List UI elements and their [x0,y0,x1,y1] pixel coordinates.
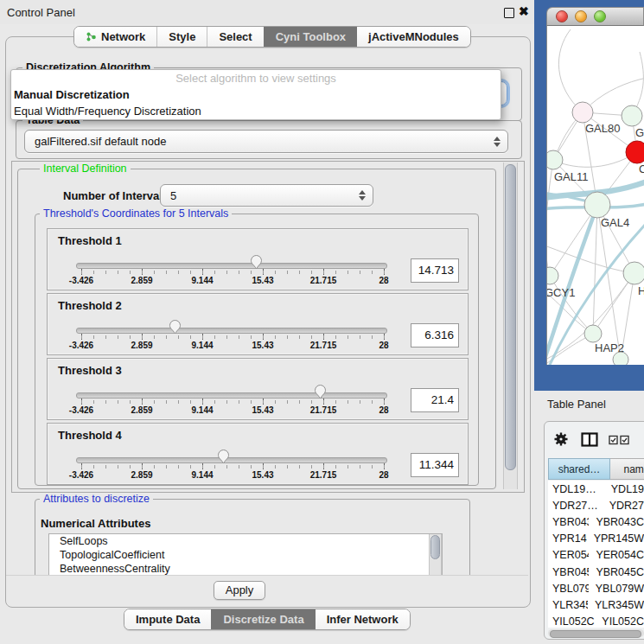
scrollbar-thumb[interactable] [505,164,516,470]
network-view[interactable]: GAL80GCGAL11GAL4GCY1HHAP2 [546,26,644,365]
slider-minor-ticks [81,335,385,339]
tab-label: Select [219,30,252,43]
network-node[interactable] [547,267,558,284]
threshold-value-input[interactable]: 21.4 [411,388,459,412]
slider-axis-labels: -3.4262.8599.14415.4321.71528 [48,405,468,417]
table-row[interactable]: YBR045CYBR045C [548,564,644,580]
table-row[interactable]: YBR043CYBR043C [548,513,644,530]
cell-name: YDL19 [604,483,644,495]
scrollbar-thumb[interactable] [550,630,641,638]
dropdown-option-equal-width[interactable]: Equal Width/Frequency Discretization [11,103,501,119]
vertical-scrollbar[interactable] [503,163,518,489]
network-graph: GAL80GCGAL11GAL4GCY1HHAP2 [547,26,644,365]
tab-label: Style [169,30,195,43]
threshold-value-input[interactable]: 11.344 [411,453,459,477]
button-bar [6,575,528,606]
axis-tick-label: 15.43 [252,470,273,480]
network-node[interactable] [547,150,563,169]
network-node[interactable] [584,192,610,218]
network-icon [86,31,97,42]
select-columns-icon[interactable] [609,435,633,445]
table-row[interactable]: YIL052CYIL052C [548,614,644,628]
dropdown-option-manual[interactable]: Manual Discretization [11,86,501,103]
number-of-intervals-combobox[interactable]: 5 [160,184,373,207]
axis-tick-label: 28 [379,405,388,415]
tab-network[interactable]: Network [74,27,156,47]
slider-handle[interactable] [249,253,264,271]
table-row[interactable]: YBL079WYBL079W [548,580,644,596]
zoom-window-icon[interactable] [594,10,606,22]
cell-shared-name: YER054C [548,549,589,561]
slider-track[interactable] [76,263,387,269]
close-icon[interactable]: ✖ [519,4,529,18]
slider-handle[interactable] [216,448,231,465]
table-data-combobox[interactable]: galFiltered.sif default node [24,130,508,153]
tab-cyni-toolbox[interactable]: Cyni Toolbox [264,27,357,47]
axis-tick-label: 2.859 [131,405,152,415]
slider-handle[interactable] [313,383,328,400]
network-node[interactable] [584,325,602,342]
table-row[interactable]: YPR145WYPR145W [548,531,644,547]
tab-discretize-data[interactable]: Discretize Data [211,609,315,629]
tab-style[interactable]: Style [156,27,207,47]
tab-jactivemnodules[interactable]: jActiveMNodules [357,27,470,47]
cell-shared-name: YBR043C [548,516,589,528]
tab-label: Impute Data [136,613,200,626]
settings-gear-icon[interactable] [553,431,569,447]
column-header-name[interactable]: name [610,458,644,480]
tab-impute-data[interactable]: Impute Data [124,609,211,629]
threshold-value-input[interactable]: 14.713 [411,258,459,283]
axis-tick-label: 28 [379,470,388,480]
tab-select[interactable]: Select [207,27,263,47]
list-vertical-scrollbar[interactable] [429,534,442,575]
threshold-panel: Threshold 1 -3.4262.8599.14415.4321.7152… [47,228,469,290]
group-title: Threshold's Coordinates for 5 Intervals [40,207,232,220]
combobox-value: galFiltered.sif default node [25,135,493,148]
tab-infer-network[interactable]: Infer Network [316,609,410,629]
tab-label: Cyni Toolbox [276,30,346,43]
scrollbar-thumb[interactable] [430,535,440,559]
table-row[interactable]: YDL19…YDL19 [548,481,644,497]
close-window-icon[interactable] [556,10,568,22]
axis-tick-label: 15.43 [252,341,273,350]
threshold-value-input[interactable]: 6.316 [411,323,459,348]
node-label: H [638,284,644,297]
slider-track[interactable] [76,328,387,334]
axis-tick-label: 9.144 [191,405,213,415]
node-label: GAL80 [585,122,620,135]
node-label: C [639,163,644,175]
network-node[interactable] [613,352,628,365]
threshold-label: Threshold 1 [58,234,122,247]
horizontal-scrollbar[interactable] [548,629,644,637]
combobox-stepper-icon [493,137,501,147]
table-rows: YDL19…YDL19YDR27…YDR27YBR043CYBR043CYPR1… [548,481,644,628]
cell-shared-name: YDR27… [548,500,603,512]
column-header-shared-name[interactable]: shared… [548,458,610,480]
network-node[interactable] [626,141,644,163]
group-title: Attributes to discretize [40,493,153,505]
float-window-icon[interactable] [504,8,514,18]
apply-button[interactable]: Apply [214,581,265,600]
table-row[interactable]: YER054CYER054C [548,547,644,564]
cell-shared-name: YBL079W [548,583,589,595]
threshold-panel: Threshold 3 -3.4262.8599.14415.4321.7152… [47,358,469,420]
minimize-window-icon[interactable] [575,10,587,22]
table-row[interactable]: YDR27…YDR27 [548,497,644,513]
slider-handle[interactable] [168,318,182,335]
network-node[interactable] [622,105,642,126]
list-item[interactable]: SelfLoops [49,534,442,548]
list-item[interactable]: TopologicalCoefficient [49,548,442,562]
network-node[interactable] [572,102,593,123]
top-tab-bar: Network Style Select Cyni Toolbox jActiv… [73,26,471,48]
slider-track[interactable] [76,392,387,399]
numerical-attributes-label: Numerical Attributes [41,517,150,530]
table-row[interactable]: YLR345WYLR345W [548,596,644,613]
network-window-titlebar[interactable] [546,7,644,26]
list-item[interactable]: BetweennessCentrality [49,562,442,576]
threshold-panel: Threshold 2 -3.4262.8599.14415.4321.7152… [47,293,469,355]
network-node[interactable] [623,262,644,284]
slider-track[interactable] [76,457,387,463]
split-columns-icon[interactable] [581,432,598,447]
axis-tick-label: -3.426 [69,276,93,285]
number-of-intervals-label: Number of Intervals [63,189,169,202]
